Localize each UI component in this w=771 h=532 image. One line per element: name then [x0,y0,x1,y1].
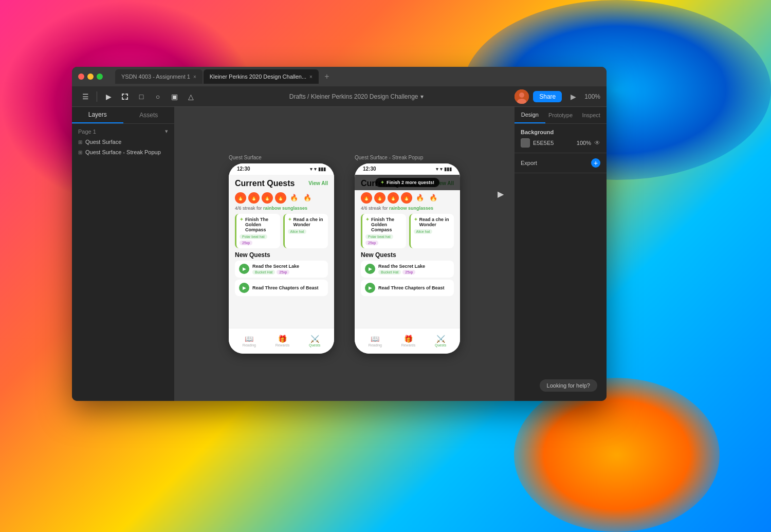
popup-badge: ✦ Finish 2 more quests! [375,178,439,187]
tab-assignment1-close[interactable]: × [193,74,196,80]
phone-content-2: Current Quests View All 🔥 🔥 🔥 🔥 🔥 🔥 [355,175,460,328]
quest-cards-row-2: ✦ Finish The Golden Compass Polar beat h… [361,214,454,248]
sidebar-tab-assets[interactable]: Assets [123,107,175,123]
nav-reading-2[interactable]: 📖 Reading [369,335,382,347]
flame-2-1: 🔥 [361,192,372,204]
quest-tags-2-2: Alice hat [414,229,451,234]
background-label: Background [521,129,600,135]
new-quest-info-2-1: Read the Secret Lake Bucket Hat 25xp [378,264,450,274]
sidebar-tab-layers[interactable]: Layers [72,107,123,123]
help-button[interactable]: Looking for help? [540,379,597,392]
breadcrumb-text: Drafts / Kleiner Perkins 2020 Design Cha… [289,93,418,100]
bg-color-opacity: 100% [577,140,591,146]
play-button[interactable]: ▶ [566,89,580,104]
nav-quests-1[interactable]: ⚔️ Quests [309,335,320,347]
triangle-tool[interactable]: △ [183,89,198,104]
svg-rect-5 [122,97,123,100]
status-icons-2: ▾ ▾ ▮▮▮ [436,167,452,172]
nav-quests-2[interactable]: ⚔️ Quests [435,335,446,347]
quest-card-2-title-2: ✦ Read a che in Wonder [414,217,451,227]
layer-quest-surface[interactable]: ⊞ Quest Surface [72,137,174,147]
sidebar-tabs: Layers Assets [72,107,174,124]
new-quest-info-1: Read the Secret Lake Bucket Hat 25xp [252,264,324,274]
toolbar-right: Share ▶ 100% [515,89,600,104]
quest-tag-alice: Alice hat [288,229,307,234]
nav-rewards-1[interactable]: 🎁 Rewards [276,335,290,347]
export-add-button[interactable]: + [591,158,600,168]
layer-grid-icon: ⊞ [78,139,82,145]
rectangle-tool[interactable]: □ [134,89,149,104]
component-tool[interactable]: ▣ [167,89,181,104]
panel-tabs: Design Prototype Inspect [515,107,607,124]
canvas[interactable]: Quest Surface 12:30 ▾ ▾ ▮▮▮ [175,107,514,401]
breadcrumb: Drafts / Kleiner Perkins 2020 Design Cha… [200,93,512,100]
tab-kleiner[interactable]: Kleiner Perkins 2020 Design Challen... × [204,69,319,84]
page-label: Page 1 ▾ [72,124,174,137]
flame-2-6-empty: 🔥 [428,192,439,204]
menu-icon[interactable]: ☰ [78,89,93,104]
status-time-2: 12:30 [363,166,376,172]
nq2-tag-bucket: Bucket Hat [378,270,401,274]
status-bar-2: 12:30 ▾ ▾ ▮▮▮ [355,163,460,175]
quest-card-2: ✦ Read a che in Wonder Alice hat [283,214,328,248]
title-bar: YSDN 4003 - Assignment 1 × Kleiner Perki… [72,67,607,86]
quest-tags-2-1: Polar beat hat 25xp [365,234,403,245]
streak-popup: ✦ Finish 2 more quests! [355,175,460,190]
status-time-1: 12:30 [237,166,250,172]
frame-label-1: Quest Surface [229,155,262,160]
view-all-1[interactable]: View All [308,180,328,186]
user-avatar[interactable] [515,89,529,104]
frame-tool[interactable] [118,89,132,104]
quest-card-2-title-1: ✦ Finish The Golden Compass [365,217,403,232]
flame-2: 🔥 [248,192,260,204]
tab-kleiner-close[interactable]: × [309,74,313,80]
maximize-button[interactable] [97,74,103,80]
new-quests-title-1: New Quests [235,251,328,259]
color-row: E5E5E5 100% 👁 [521,138,600,148]
new-quest-1: ▶ Read the Secret Lake Bucket Hat 25xp [235,261,328,278]
app-window: YSDN 4003 - Assignment 1 × Kleiner Perki… [72,67,607,401]
share-button[interactable]: Share [533,91,562,102]
play-circle-2-1: ▶ [365,264,375,274]
new-tab-button[interactable]: + [322,71,332,82]
phone-mockup-2: 12:30 ▾ ▾ ▮▮▮ ✦ Finish 2 more quests! [355,163,460,354]
app-body: Layers Assets Page 1 ▾ ⊞ Quest Surface ⊞… [72,107,607,401]
quest-title-1: Current Quests [235,179,295,188]
toolbar: ☰ ▶ □ ○ ▣ △ Drafts / Kleiner Perkins 202… [72,86,607,107]
panel-tab-prototype[interactable]: Prototype [545,107,576,123]
nav-reading-1[interactable]: 📖 Reading [243,335,256,347]
flame-2-4: 🔥 [401,192,412,204]
minimize-button[interactable] [87,74,94,80]
select-tool[interactable]: ▶ [101,89,116,104]
panel-tab-inspect[interactable]: Inspect [576,107,607,123]
frame-quest-surface-popup: Quest Surface - Streak Popup 12:30 ▾ ▾ ▮… [355,155,460,354]
status-icons-1: ▾ ▾ ▮▮▮ [310,167,326,172]
new-quest-tags-1: Bucket Hat 25xp [252,270,324,274]
new-quest-tags-2-1: Bucket Hat 25xp [378,270,450,274]
new-quests-title-2: New Quests [361,251,454,259]
flame-6-empty: 🔥 [302,192,313,204]
export-section: Export + [515,153,607,173]
bg-color-swatch[interactable] [521,138,530,148]
export-label: Export [521,160,537,166]
quest-tags-1: Polar beat hat 25xp [240,234,277,245]
layer-quest-surface-popup[interactable]: ⊞ Quest Surface - Streak Popup [72,147,174,157]
quest-card-title-1: ✦ Finish The Golden Compass [240,217,277,232]
circle-tool[interactable]: ○ [151,89,165,104]
svg-rect-7 [127,97,128,100]
quest-tag-hat: Polar beat hat [240,234,267,239]
nq2-tag-xp: 25xp [402,270,415,274]
eye-icon[interactable]: 👁 [594,139,600,146]
tabs-bar: YSDN 4003 - Assignment 1 × Kleiner Perki… [115,69,600,84]
panel-tab-design[interactable]: Design [515,107,545,123]
svg-rect-4 [122,94,123,96]
tab-assignment1-label: YSDN 4003 - Assignment 1 [121,74,190,80]
quest-tag-2-hat: Polar beat hat [365,234,393,239]
play-circle-2: ▶ [239,283,249,293]
flame-4: 🔥 [275,192,286,204]
zoom-level[interactable]: 100% [584,93,600,100]
tab-assignment1[interactable]: YSDN 4003 - Assignment 1 × [115,69,203,84]
nav-rewards-2[interactable]: 🎁 Rewards [401,335,416,347]
quest-header-1: Current Quests View All [235,179,328,188]
close-button[interactable] [78,74,84,80]
